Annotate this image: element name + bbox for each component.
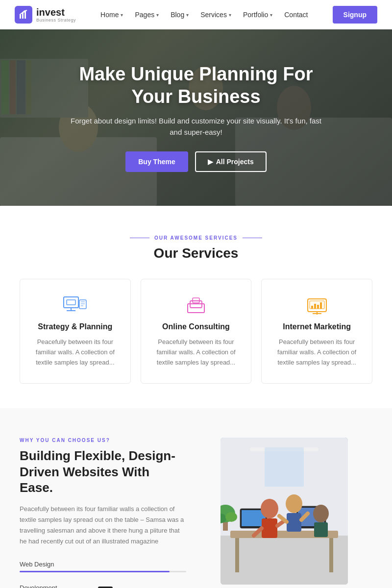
service-name-marketing: Internet Marketing — [273, 322, 360, 331]
nav-services[interactable]: Services ▾ — [200, 11, 231, 19]
chevron-down-icon: ▾ — [186, 12, 189, 18]
services-grid: Strategy & Planning Peacefully between i… — [20, 279, 372, 384]
svg-rect-15 — [67, 300, 75, 305]
features-title: Building Flexible, Design-Driven Website… — [20, 448, 186, 496]
features-image-wrap — [220, 438, 358, 588]
chevron-down-icon: ▾ — [229, 12, 231, 18]
features-right — [206, 438, 372, 588]
service-icon-consulting — [153, 295, 240, 315]
nav-pages[interactable]: Pages ▾ — [135, 11, 159, 19]
svg-rect-31 — [317, 305, 319, 309]
brand-name: invest — [36, 7, 76, 18]
nav-links: Home ▾ Pages ▾ Blog ▾ Services ▾ Portfol — [100, 11, 308, 19]
service-name-strategy: Strategy & Planning — [32, 322, 119, 331]
svg-rect-0 — [20, 15, 21, 19]
tag-line-right — [243, 238, 262, 238]
tag-line-left — [130, 238, 149, 238]
service-name-consulting: Online Consulting — [153, 322, 240, 331]
svg-point-52 — [313, 505, 329, 522]
brand-icon — [19, 10, 28, 20]
svg-rect-30 — [314, 304, 316, 309]
features-left: WHY YOU CAN CHOOSE US? Building Flexible… — [20, 438, 186, 588]
svg-rect-53 — [314, 522, 328, 537]
logo: invest Business Strategy — [15, 6, 76, 24]
svg-rect-24 — [193, 298, 199, 303]
nav-home[interactable]: Home ▾ — [100, 11, 123, 19]
svg-rect-36 — [265, 447, 304, 487]
svg-rect-12 — [17, 60, 25, 114]
brand-tagline: Business Strategy — [36, 18, 76, 23]
svg-rect-18 — [79, 300, 86, 309]
features-section: WHY YOU CAN CHOOSE US? Building Flexible… — [0, 408, 392, 588]
services-tag: OUR AWESOME SERVICES — [20, 235, 372, 241]
svg-rect-11 — [10, 60, 16, 114]
play-icon: ▶ — [208, 158, 213, 166]
hero-buttons: Buy Theme ▶ All Projects — [69, 151, 323, 172]
buy-theme-button[interactable]: Buy Theme — [125, 151, 188, 172]
features-tag: WHY YOU CAN CHOOSE US? — [20, 438, 186, 443]
features-desc: Peacefully between its four familiar wal… — [20, 504, 186, 547]
service-desc-strategy: Peacefully between its four familiar wal… — [32, 337, 119, 368]
service-card-consulting: Online Consulting Peacefully between its… — [141, 279, 252, 384]
svg-rect-32 — [320, 302, 322, 309]
svg-point-57 — [225, 512, 237, 522]
svg-rect-29 — [311, 306, 313, 309]
logo-text: invest Business Strategy — [36, 7, 76, 23]
all-projects-button[interactable]: ▶ All Projects — [195, 151, 267, 172]
svg-rect-1 — [22, 13, 24, 19]
signup-button[interactable]: Signup — [333, 6, 377, 24]
svg-rect-38 — [235, 538, 239, 572]
hero-content: Make Unique Planning For Your Business F… — [59, 63, 333, 172]
service-desc-marketing: Peacefully between its four familiar wal… — [273, 337, 360, 368]
progress-bar-fill-web — [20, 571, 170, 572]
services-section: OUR AWESOME SERVICES Our Services Strate… — [0, 206, 392, 408]
svg-point-44 — [261, 499, 278, 518]
progress-development: Development 50% — [20, 584, 186, 588]
svg-rect-13 — [26, 60, 31, 114]
logo-icon — [15, 6, 32, 24]
hero-section: Make Unique Planning For Your Business F… — [0, 29, 392, 206]
svg-rect-49 — [287, 513, 301, 532]
chevron-down-icon: ▾ — [270, 12, 272, 18]
service-card-strategy: Strategy & Planning Peacefully between i… — [20, 279, 131, 384]
chevron-down-icon: ▾ — [121, 12, 123, 18]
services-title: Our Services — [20, 245, 372, 261]
hero-title: Make Unique Planning For Your Business — [69, 63, 323, 108]
service-icon-marketing — [273, 295, 360, 315]
svg-rect-34 — [220, 536, 348, 585]
services-tag-text: OUR AWESOME SERVICES — [154, 235, 238, 241]
nav-contact[interactable]: Contact — [284, 11, 308, 19]
svg-rect-14 — [64, 297, 78, 308]
navbar: invest Business Strategy Home ▾ Pages ▾ … — [0, 0, 392, 29]
progress-web-design: Web Design — [20, 561, 186, 572]
svg-rect-10 — [1, 60, 9, 114]
service-card-marketing: Internet Marketing Peacefully between it… — [261, 279, 372, 384]
service-desc-consulting: Peacefully between its four familiar wal… — [153, 337, 240, 368]
chevron-down-icon: ▾ — [156, 12, 159, 18]
hero-subtitle: Forget about design limits! Build and cu… — [69, 116, 323, 138]
nav-portfolio[interactable]: Portfolio ▾ — [243, 11, 272, 19]
progress-bar-bg-web — [20, 571, 186, 572]
nav-blog[interactable]: Blog ▾ — [171, 11, 189, 19]
svg-rect-39 — [329, 538, 333, 572]
svg-rect-45 — [262, 518, 277, 538]
features-office-image — [220, 438, 348, 585]
svg-point-48 — [286, 494, 302, 513]
service-icon-strategy — [32, 295, 119, 315]
